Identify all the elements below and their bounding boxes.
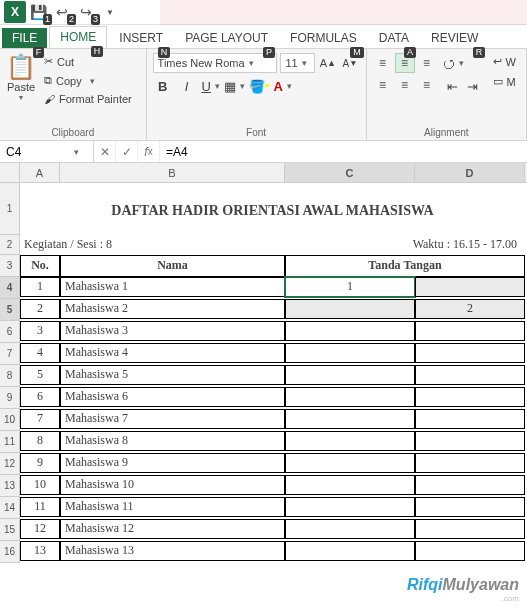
cell-no[interactable]: 7 xyxy=(20,409,60,429)
cell-nama[interactable]: Mahasiswa 4 xyxy=(60,343,285,363)
align-bottom-button[interactable]: ≡ xyxy=(417,53,437,73)
tab-page-layout[interactable]: PAGE LAYOUTP xyxy=(175,28,278,48)
cell-nama[interactable]: Mahasiswa 10 xyxy=(60,475,285,495)
fill-color-button[interactable]: 🪣 xyxy=(249,76,269,96)
row-header[interactable]: 1 xyxy=(0,183,20,235)
hdr-tanda-tangan[interactable]: Tanda Tangan xyxy=(285,255,525,277)
font-size-select[interactable]: 11▾ xyxy=(280,53,315,73)
row-header[interactable]: 11 xyxy=(0,431,20,453)
qat-dropdown[interactable]: ▼ xyxy=(98,1,122,23)
name-box[interactable]: ▾ xyxy=(0,141,94,162)
cell-sig2[interactable] xyxy=(415,387,525,407)
cell-no[interactable]: 10 xyxy=(20,475,60,495)
formula-input[interactable] xyxy=(160,145,527,159)
cell-nama[interactable]: Mahasiswa 11 xyxy=(60,497,285,517)
table-row[interactable]: 13Mahasiswa 13 xyxy=(20,541,527,563)
cell-no[interactable]: 4 xyxy=(20,343,60,363)
italic-button[interactable]: I xyxy=(177,76,197,96)
table-row[interactable]: 2Mahasiswa 22 xyxy=(20,299,527,321)
meta-left[interactable]: Kegiatan / Sesi : 8 xyxy=(20,235,285,255)
cell-sig1[interactable] xyxy=(285,343,415,363)
table-row[interactable]: 4Mahasiswa 4 xyxy=(20,343,527,365)
cell-nama[interactable]: Mahasiswa 5 xyxy=(60,365,285,385)
cell-sig2[interactable] xyxy=(415,497,525,517)
cell-sig2[interactable] xyxy=(415,409,525,429)
orientation-button[interactable]: ⭯▾ xyxy=(443,53,463,73)
col-header-A[interactable]: A xyxy=(20,163,60,182)
fx-icon[interactable]: fx xyxy=(138,141,160,162)
row-header[interactable]: 7 xyxy=(0,343,20,365)
document-title[interactable]: DAFTAR HADIR ORIENTASI AWAL MAHASISWA xyxy=(20,183,525,235)
cell-nama[interactable]: Mahasiswa 6 xyxy=(60,387,285,407)
row-header[interactable]: 2 xyxy=(0,235,20,255)
cell-sig2[interactable] xyxy=(415,519,525,539)
cell-sig1[interactable] xyxy=(285,365,415,385)
font-color-button[interactable]: A▾ xyxy=(273,76,293,96)
table-row[interactable]: 1Mahasiswa 11 xyxy=(20,277,527,299)
increase-indent-button[interactable]: ⇥ xyxy=(463,76,483,96)
row-header[interactable]: 6 xyxy=(0,321,20,343)
table-row[interactable]: 7Mahasiswa 7 xyxy=(20,409,527,431)
table-row[interactable]: 6Mahasiswa 6 xyxy=(20,387,527,409)
row-header[interactable]: 12 xyxy=(0,453,20,475)
align-right-button[interactable]: ≡ xyxy=(417,75,437,95)
increase-font-button[interactable]: A▲ xyxy=(318,53,337,73)
copy-button[interactable]: ⧉Copy▾ xyxy=(40,72,136,89)
cell-no[interactable]: 6 xyxy=(20,387,60,407)
cell-no[interactable]: 5 xyxy=(20,365,60,385)
cell-nama[interactable]: Mahasiswa 7 xyxy=(60,409,285,429)
row-header[interactable]: 5 xyxy=(0,299,20,321)
name-box-input[interactable] xyxy=(0,145,70,159)
row-header[interactable]: 10 xyxy=(0,409,20,431)
cell-nama[interactable]: Mahasiswa 12 xyxy=(60,519,285,539)
format-painter-button[interactable]: 🖌Format Painter xyxy=(40,91,136,107)
cell-no[interactable]: 1 xyxy=(20,277,60,297)
hdr-nama[interactable]: Nama xyxy=(60,255,285,277)
cell-nama[interactable]: Mahasiswa 2 xyxy=(60,299,285,319)
cell-sig1[interactable] xyxy=(285,299,415,319)
undo-button[interactable]: ↩2 xyxy=(50,1,74,23)
worksheet[interactable]: A B C D 1 2 3 4 5 6 7 8 9 10 11 12 13 14… xyxy=(0,163,527,603)
border-button[interactable]: ▦▾ xyxy=(225,76,245,96)
row-header[interactable]: 3 xyxy=(0,255,20,277)
cell-no[interactable]: 12 xyxy=(20,519,60,539)
tab-file[interactable]: FILEF xyxy=(2,28,47,48)
chevron-down-icon[interactable]: ▾ xyxy=(74,147,79,157)
select-all-corner[interactable] xyxy=(0,163,20,182)
redo-button[interactable]: ↪3 xyxy=(74,1,98,23)
tab-review[interactable]: REVIEWR xyxy=(421,28,488,48)
cell-sig2[interactable] xyxy=(415,321,525,341)
cell-no[interactable]: 8 xyxy=(20,431,60,451)
tab-data[interactable]: DATAA xyxy=(369,28,419,48)
cell-sig2[interactable] xyxy=(415,431,525,451)
cell-sig2[interactable] xyxy=(415,453,525,473)
cell-sig2[interactable]: 2 xyxy=(415,299,525,319)
cell-sig1[interactable] xyxy=(285,541,415,561)
align-top-button[interactable]: ≡ xyxy=(373,53,393,73)
font-name-select[interactable]: Times New Roma▾ xyxy=(153,53,278,73)
paste-button[interactable]: 📋 Paste ▾ xyxy=(6,53,36,107)
col-header-B[interactable]: B xyxy=(60,163,285,182)
table-row[interactable]: 12Mahasiswa 12 xyxy=(20,519,527,541)
cell-no[interactable]: 13 xyxy=(20,541,60,561)
decrease-indent-button[interactable]: ⇤ xyxy=(443,76,463,96)
table-row[interactable]: 3Mahasiswa 3 xyxy=(20,321,527,343)
tab-formulas[interactable]: FORMULASM xyxy=(280,28,367,48)
tab-home[interactable]: HOMEH xyxy=(49,26,107,48)
cell-sig1[interactable] xyxy=(285,453,415,473)
table-row[interactable]: 10Mahasiswa 10 xyxy=(20,475,527,497)
align-center-button[interactable]: ≡ xyxy=(395,75,415,95)
table-row[interactable]: 9Mahasiswa 9 xyxy=(20,453,527,475)
bold-button[interactable]: B xyxy=(153,76,173,96)
cell-sig2[interactable] xyxy=(415,365,525,385)
row-header[interactable]: 4 xyxy=(0,277,20,299)
row-header[interactable]: 14 xyxy=(0,497,20,519)
cell-nama[interactable]: Mahasiswa 1 xyxy=(60,277,285,297)
table-row[interactable]: 8Mahasiswa 8 xyxy=(20,431,527,453)
row-header[interactable]: 13 xyxy=(0,475,20,497)
cell-nama[interactable]: Mahasiswa 13 xyxy=(60,541,285,561)
cell-sig1[interactable] xyxy=(285,321,415,341)
cell-no[interactable]: 9 xyxy=(20,453,60,473)
cell-sig2[interactable] xyxy=(415,343,525,363)
row-header[interactable]: 8 xyxy=(0,365,20,387)
